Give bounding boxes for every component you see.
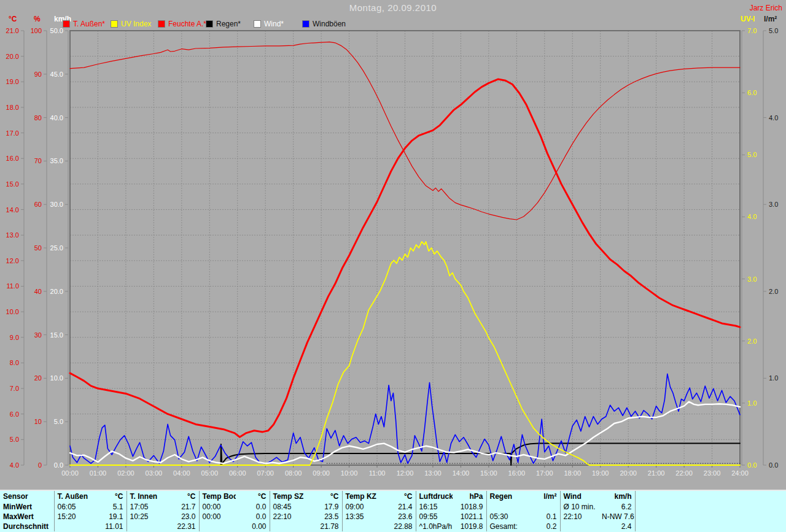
stat-time: 00:00 (199, 502, 236, 512)
stat-time: ^1.0hPa/h (416, 522, 453, 531)
time-tick-label: 06:00 (229, 469, 246, 477)
stat-value: 23.6 (380, 512, 416, 522)
axis-tick-label: 14.0 (6, 206, 19, 214)
stat-time (199, 522, 236, 531)
time-tick-label: 01:00 (90, 469, 107, 477)
stat-value: 1021.1 (453, 512, 486, 522)
sensor-name: Luftdruck (416, 491, 453, 502)
axis-tick-label: 2.0 (769, 288, 778, 295)
stat-time: Gesamt: (486, 522, 524, 531)
sensor-name: Temp SZ (270, 491, 307, 502)
sensor-name: Temp Boden (199, 491, 236, 502)
stat-value: 11.01 (91, 522, 126, 531)
stat-value: N-NW 7.6 (599, 512, 635, 522)
stats-table: SensorT. Außen°CT. Innen°CTemp Boden°CTe… (0, 491, 786, 531)
time-tick-label: 09:00 (313, 469, 330, 477)
time-tick-label: 07:00 (257, 469, 274, 477)
stat-value: 2.4 (599, 522, 635, 531)
axis-tick-label: 9.0 (10, 334, 19, 341)
stat-time (486, 502, 524, 512)
series-wind (70, 402, 740, 464)
axis-tick-label: 10.0 (50, 374, 63, 382)
sensor-name: T. Außen (54, 491, 91, 502)
time-tick-label: 16:00 (508, 469, 526, 477)
stat-value: 0.0 (236, 502, 270, 512)
time-tick-label: 23:00 (704, 469, 721, 477)
time-tick-label: 14:00 (453, 469, 470, 477)
axis-tick-label: 2.0 (747, 337, 757, 345)
axis-tick-label: 11.0 (6, 282, 19, 290)
stat-value: 17.9 (307, 502, 342, 512)
time-tick-label: 22:00 (675, 469, 693, 477)
stat-value: 22.88 (380, 522, 416, 531)
axis-tick-label: 100 (31, 27, 42, 34)
stat-time: 17:05 (126, 502, 164, 512)
stat-value: 1018.9 (453, 502, 486, 512)
sensor-name: Regen (486, 491, 524, 502)
axis-tick-label: 18.0 (6, 104, 19, 111)
stat-time: 09:00 (342, 502, 380, 512)
time-tick-label: 24:00 (731, 469, 749, 477)
axis-tick-label: 13.0 (6, 231, 19, 239)
time-tick-label: 04:00 (173, 469, 190, 477)
stat-value: 19.1 (91, 512, 126, 522)
vertical-gridlines (98, 31, 712, 465)
table-header-row: SensorT. Außen°CT. Innen°CTemp Boden°CTe… (0, 491, 786, 502)
table-row: MinWert06:055.117:0521.700:000.008:4517.… (0, 502, 786, 512)
stat-value: 22.31 (164, 522, 199, 531)
time-tick-label: 10:00 (341, 469, 358, 477)
axis-tick-label: 40.0 (50, 114, 63, 121)
sensor-name: Wind (560, 491, 599, 502)
row-label: MaxWert (0, 512, 54, 522)
axis-tick-label: 5.0 (54, 418, 63, 425)
stat-value: 0.0 (236, 512, 270, 522)
axis-tick-label: 4.0 (769, 114, 778, 121)
stat-value (524, 502, 560, 512)
axis-tick-label: 40 (34, 288, 42, 295)
stat-value: 21.4 (380, 502, 416, 512)
time-tick-label: 02:00 (117, 469, 134, 477)
axis-tick-label: 4.0 (747, 213, 757, 220)
time-tick-label: 15:00 (480, 469, 497, 477)
axis-tick-label: 50 (34, 244, 42, 252)
stat-time (342, 522, 380, 531)
table-filler (635, 512, 786, 522)
time-axis: 00:0001:0002:0003:0004:0005:0006:0007:00… (61, 465, 749, 477)
stat-time: 22:10 (560, 512, 599, 522)
stat-value: 23.5 (307, 512, 342, 522)
time-tick-label: 11:00 (369, 469, 386, 477)
sensor-name: T. Innen (126, 491, 164, 502)
stat-value: 21.78 (307, 522, 342, 531)
row-label: Sensor (0, 491, 54, 502)
axis-tick-label: 80 (34, 114, 42, 121)
table-filler (635, 522, 786, 531)
row-label: MinWert (0, 502, 54, 512)
stat-time: 00:00 (199, 512, 236, 522)
stats-table-container: SensorT. Außen°CT. Innen°CTemp Boden°CTe… (0, 490, 786, 532)
table-filler (635, 502, 786, 512)
axis-tick-label: 0.0 (769, 461, 778, 469)
axis-tick-label: 8.0 (10, 359, 19, 366)
axis-tick-label: 20 (34, 374, 42, 382)
weather-app-window: Montag, 20.09.2010 Jarz Erich °C%km/hUV-… (0, 0, 786, 532)
axis-tick-label: 6.0 (10, 411, 19, 418)
stat-time: 15:20 (54, 512, 91, 522)
axis-tick-label: 45.0 (50, 71, 63, 78)
axis-tick-label: 15.0 (50, 331, 63, 339)
stat-value: 1019.8 (453, 522, 486, 531)
stat-time: 06:05 (54, 502, 91, 512)
axis-tick-label: 20.0 (50, 288, 63, 295)
axis-tick-label: 15.0 (6, 180, 19, 188)
sensor-name: Temp KZ (342, 491, 380, 502)
sensor-unit: l/m² (524, 491, 560, 502)
sensor-unit: °C (236, 491, 270, 502)
weather-chart: 21.020.019.018.017.016.015.014.013.012.0… (0, 0, 786, 488)
axis-tick-label: 5.0 (769, 27, 778, 34)
value-axes: 21.020.019.018.017.016.015.014.013.012.0… (6, 27, 779, 469)
axis-tick-label: 50.0 (50, 27, 63, 34)
time-tick-label: 08:00 (285, 469, 302, 477)
axis-tick-label: 1.0 (769, 374, 778, 382)
stat-time: 10:25 (126, 512, 164, 522)
time-tick-label: 17:00 (536, 469, 553, 477)
sensor-unit: hPa (453, 491, 486, 502)
